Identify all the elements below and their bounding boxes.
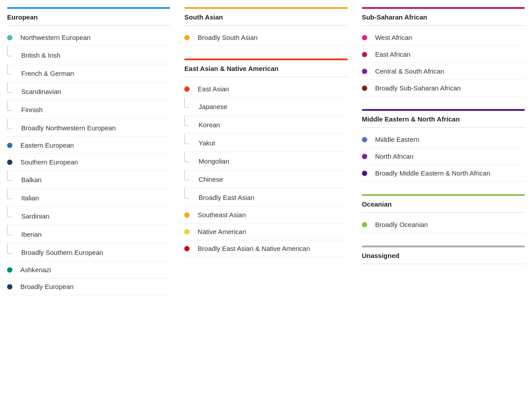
column-col-european: EuropeanNorthwestern EuropeanBritish & I…	[7, 7, 177, 411]
list-item-central-south-african: Central & South African	[362, 63, 525, 80]
section-middle-eastern-north-african: Middle Eastern & North AfricanMiddle Eas…	[362, 109, 525, 182]
section-sub-saharan-african: Sub-Saharan AfricanWest AfricanEast Afri…	[362, 7, 525, 97]
section-divider-european	[7, 25, 170, 26]
item-label-british-irish: British & Irish	[21, 51, 60, 59]
section-bar-middle-eastern-north-african	[362, 109, 525, 111]
item-list-south-asian: Broadly South Asian	[184, 29, 347, 46]
list-item-broadly-east-asian-native-american: Broadly East Asian & Native American	[184, 240, 347, 257]
item-label-french-german: French & German	[21, 70, 74, 77]
item-label-iberian: Iberian	[21, 230, 42, 238]
list-item-east-asian: East Asian	[184, 81, 347, 98]
indent-italian	[7, 193, 13, 202]
item-label-broadly-middle-eastern-north-african: Broadly Middle Eastern & North African	[375, 169, 490, 177]
list-item-french-german: French & German	[7, 64, 170, 82]
indent-korean	[184, 120, 190, 129]
item-label-finnish: Finnish	[21, 106, 43, 113]
item-label-north-african: North African	[375, 152, 414, 160]
dot-southeast-asian	[184, 212, 190, 218]
indent-chinese	[184, 175, 190, 184]
dot-west-african	[362, 35, 367, 40]
dot-north-african	[362, 154, 367, 159]
list-item-broadly-east-asian: Broadly East Asian	[184, 188, 347, 207]
item-label-middle-eastern: Middle Eastern	[375, 136, 419, 143]
list-item-eastern-european: Eastern European	[7, 137, 170, 154]
section-title-sub-saharan-african: Sub-Saharan African	[362, 13, 525, 21]
indent-french-german	[7, 69, 13, 78]
indent-balkan	[7, 175, 13, 184]
indent-finnish	[7, 105, 13, 114]
list-item-british-irish: British & Irish	[7, 46, 170, 64]
list-item-broadly-middle-eastern-north-african: Broadly Middle Eastern & North African	[362, 165, 525, 182]
section-divider-south-asian	[184, 25, 347, 26]
item-label-broadly-european: Broadly European	[20, 283, 74, 290]
item-label-japanese: Japanese	[198, 103, 227, 110]
list-item-middle-eastern: Middle Eastern	[362, 131, 525, 148]
item-label-native-american: Native American	[198, 228, 246, 235]
item-label-korean: Korean	[198, 121, 220, 129]
list-item-southern-european: Southern European	[7, 154, 170, 171]
item-label-east-asian: East Asian	[198, 85, 229, 93]
item-label-southern-european: Southern European	[20, 158, 78, 166]
section-divider-east-asian-native-american	[184, 77, 347, 77]
dot-broadly-south-asian	[184, 35, 190, 40]
dot-central-south-african	[362, 69, 367, 74]
item-label-mongolian: Mongolian	[198, 157, 229, 165]
section-bar-east-asian-native-american	[184, 59, 347, 60]
item-label-central-south-african: Central & South African	[375, 67, 444, 75]
item-label-balkan: Balkan	[21, 176, 42, 184]
item-label-chinese: Chinese	[198, 176, 223, 183]
list-item-broadly-northwestern-european: Broadly Northwestern European	[7, 119, 170, 137]
item-label-sardinian: Sardinian	[21, 212, 49, 220]
list-item-broadly-european: Broadly European	[7, 278, 170, 295]
list-item-northwestern-european: Northwestern European	[7, 29, 170, 46]
item-list-oceanian: Broadly Oceanian	[362, 216, 525, 233]
section-title-unassigned: Unassigned	[362, 252, 525, 259]
list-item-broadly-oceanian: Broadly Oceanian	[362, 216, 525, 233]
item-label-yakut: Yakut	[198, 139, 215, 147]
dot-ashkenazi	[7, 267, 12, 273]
item-label-broadly-southern-european: Broadly Southern European	[21, 249, 103, 256]
section-bar-sub-saharan-african	[362, 7, 525, 9]
section-title-oceanian: Oceanian	[362, 200, 525, 208]
indent-sardinian	[7, 211, 13, 220]
list-item-sardinian: Sardinian	[7, 207, 170, 225]
item-label-broadly-east-asian-native-american: Broadly East Asian & Native American	[198, 245, 310, 252]
column-col-south-asian: South AsianBroadly South AsianEast Asian…	[177, 7, 354, 411]
dot-broadly-european	[7, 284, 12, 289]
page: EuropeanNorthwestern EuropeanBritish & I…	[0, 0, 532, 418]
list-item-italian: Italian	[7, 189, 170, 207]
indent-iberian	[7, 230, 13, 238]
item-label-broadly-east-asian: Broadly East Asian	[198, 194, 254, 201]
list-item-broadly-sub-saharan-african: Broadly Sub-Saharan African	[362, 80, 525, 97]
item-list-east-asian-native-american: East AsianJapaneseKoreanYakutMongolianCh…	[184, 81, 347, 257]
list-item-japanese: Japanese	[184, 98, 347, 116]
dot-east-asian	[184, 86, 190, 92]
item-label-italian: Italian	[21, 194, 39, 202]
dot-broadly-sub-saharan-african	[362, 86, 367, 91]
section-south-asian: South AsianBroadly South Asian	[184, 7, 347, 46]
section-oceanian: OceanianBroadly Oceanian	[362, 194, 525, 233]
indent-scandinavian	[7, 87, 13, 96]
list-item-finnish: Finnish	[7, 101, 170, 119]
dot-broadly-east-asian-native-american	[184, 246, 190, 251]
item-label-east-african: East African	[375, 51, 411, 58]
item-label-eastern-european: Eastern European	[20, 141, 74, 149]
list-item-chinese: Chinese	[184, 170, 347, 188]
section-bar-unassigned	[362, 246, 525, 247]
item-list-sub-saharan-african: West AfricanEast AfricanCentral & South …	[362, 29, 525, 97]
list-item-yakut: Yakut	[184, 134, 347, 152]
list-item-iberian: Iberian	[7, 225, 170, 243]
section-east-asian-native-american: East Asian & Native AmericanEast AsianJa…	[184, 59, 347, 257]
list-item-east-african: East African	[362, 46, 525, 63]
item-label-scandinavian: Scandinavian	[21, 88, 61, 95]
section-divider-unassigned	[362, 264, 525, 264]
indent-mongolian	[184, 156, 190, 165]
section-divider-middle-eastern-north-african	[362, 127, 525, 128]
section-title-european: European	[7, 13, 170, 21]
section-title-south-asian: South Asian	[184, 13, 347, 21]
list-item-southeast-asian: Southeast Asian	[184, 207, 347, 223]
list-item-broadly-southern-european: Broadly Southern European	[7, 243, 170, 262]
item-label-broadly-oceanian: Broadly Oceanian	[375, 221, 428, 228]
list-item-north-african: North African	[362, 148, 525, 165]
item-label-southeast-asian: Southeast Asian	[198, 211, 245, 219]
